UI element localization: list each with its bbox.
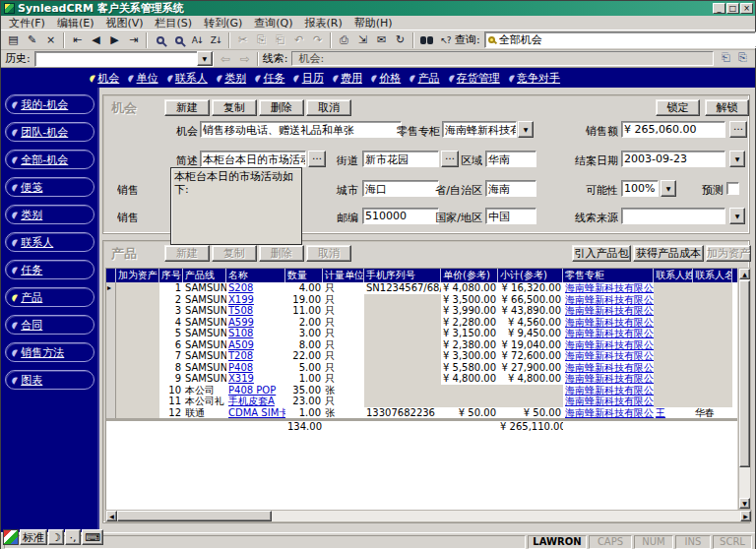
edit-record-icon[interactable]: ✎ [23,31,41,48]
sidebar-item-0[interactable]: ◖我的-机会 [5,94,94,114]
search-form-icon[interactable] [169,31,188,48]
delete-record-icon[interactable]: × [41,31,60,48]
sidebar-item-6[interactable]: ◖任务 [5,260,94,279]
probability-input[interactable]: 100% [621,180,659,197]
link-name[interactable]: S208 [228,282,253,293]
lead-source-input[interactable] [621,208,725,224]
close-button[interactable]: × [740,3,753,14]
header-cell-6[interactable]: 手机序列号 [364,269,441,282]
retail-counter-input[interactable]: 海南蜂新科技有限公司 [442,121,517,138]
link-retail[interactable]: 海南蜂新科技有限公司 [565,317,654,328]
scroll-up-button[interactable]: ▲ [739,269,750,279]
province-input[interactable]: 海南 [485,180,536,197]
header-cell-5[interactable]: 计量单位 [323,269,364,282]
link-name[interactable]: P408 [228,362,253,373]
link-name[interactable]: X199 [228,294,254,305]
link-retail[interactable]: 海南蜂新科技有限公司 [565,305,654,316]
cut-icon[interactable]: ✂ [233,31,252,48]
tab-3[interactable]: ◖类别 [217,71,246,86]
link-name[interactable]: A599 [228,317,254,328]
link-retail[interactable]: 海南蜂新科技有限公司 [565,373,654,384]
link-name[interactable]: 手机皮套A [228,396,275,406]
header-cell-4[interactable]: 数量 [285,269,323,282]
header-cell-7[interactable]: 单价(参考) [441,269,498,282]
tab-10[interactable]: ◖竞争对手 [509,71,560,86]
first-record-icon[interactable]: ⇤ [68,31,87,48]
tab-8[interactable]: ◖产品 [410,71,439,86]
product-new-button[interactable]: 新建 [164,245,210,262]
link-retail[interactable]: 海南蜂新科技有限公司 [565,396,654,406]
mail-icon[interactable]: ✉ [372,31,391,48]
sidebar-item-9[interactable]: ◖销售方法 [5,342,94,362]
header-cell-10[interactable]: 联系人姓 [654,269,693,282]
link-name[interactable]: A509 [228,339,254,350]
product-row[interactable]: 5SAMSUNGS1083.00只¥ 3,150.00¥ 9,450.00海南蜂… [106,328,737,339]
opportunity-copy-button[interactable]: 复制 [212,99,257,116]
table-horizontal-scrollbar[interactable]: ◀ ▶ [105,510,752,522]
sidebar-item-4[interactable]: ◖类别 [5,205,94,224]
product-cancel-button[interactable]: 取消 [306,245,351,262]
card-view-icon[interactable]: ⎗ [718,51,734,66]
history-dropdown-button[interactable] [197,51,213,66]
sidebar-item-1[interactable]: ◖团队-机会 [5,122,94,142]
import-package-button[interactable]: 引入产品包 [572,245,631,262]
product-copy-button[interactable]: 复制 [212,245,257,262]
opportunity-delete-button[interactable]: 删除 [259,99,304,116]
vertical-scroll-thumb[interactable] [739,280,750,467]
product-row[interactable]: 8SAMSUNGP4085.00只¥ 5,580.00¥ 27,900.00海南… [106,362,737,374]
redo-icon[interactable]: ↷ [308,31,327,48]
tab-1[interactable]: ◖单位 [128,71,158,86]
brief-input[interactable]: 本柜台本日的市场活动如下: [200,151,306,167]
search-icon[interactable] [151,31,169,48]
scroll-left-button[interactable]: ◀ [106,511,117,521]
print-icon[interactable]: ⎙ [335,31,353,48]
product-delete-button[interactable]: 删除 [259,245,304,262]
opportunity-field-input[interactable]: 销售移动电话、赠送礼品和单张 [200,121,402,138]
sidebar-item-7[interactable]: ◖产品 [5,287,94,307]
get-product-cost-button[interactable]: 获得产品成本 [633,245,704,262]
product-row[interactable]: 3SAMSUNGT50811.00只¥ 3,990.00¥ 43,890.00海… [106,305,737,317]
link-name[interactable]: CDMA SIM卡 [228,407,285,418]
link-retail[interactable]: 海南蜂新科技有限公司 [565,362,654,373]
brief-popup[interactable]: 本柜台本日的市场活动如下: [170,167,302,245]
horizontal-scroll-track[interactable] [272,511,740,521]
menu-item-2[interactable]: 视图(V) [99,16,149,30]
sort-asc-icon[interactable]: A↓ [188,31,207,48]
tab-0[interactable]: ◖机会 [90,71,119,86]
retail-counter-dropdown-button[interactable] [518,121,534,138]
header-cell-0[interactable]: 加为资产 [116,269,159,282]
product-row[interactable]: 4SAMSUNGA5992.00只¥ 2,280.00¥ 4,560.00海南蜂… [106,317,737,329]
minimize-button[interactable]: _ [713,3,725,14]
tab-2[interactable]: ◖联系人 [167,71,208,86]
street-input[interactable]: 新市花园 [362,151,439,167]
country-input[interactable]: 中国 [485,208,536,224]
menu-item-4[interactable]: 转到(G) [198,16,248,30]
scroll-down-button[interactable]: ▼ [739,498,750,509]
opportunity-cancel-button[interactable]: 取消 [306,99,351,116]
context-help-icon[interactable]: ↖? [436,31,455,48]
lead-source-dropdown-button[interactable] [729,208,745,224]
copy-icon[interactable]: ⎘ [252,31,271,48]
opportunity-new-button[interactable]: 新建 [164,99,210,116]
link-retail[interactable]: 海南蜂新科技有限公司 [565,294,654,305]
header-cell-3[interactable]: 名称 [226,269,285,282]
product-row[interactable]: 6SAMSUNGA5098.00只¥ 2,380.00¥ 19,040.00海南… [106,339,737,351]
new-record-icon[interactable]: ▤ [4,31,23,48]
link-last_name[interactable]: 王 [656,407,665,418]
table-vertical-scrollbar[interactable]: ▲ ▼ [738,268,751,510]
forecast-checkbox[interactable] [726,182,739,195]
ime-keyboard-icon[interactable]: ⌨ [82,529,103,545]
header-cell-9[interactable]: 零售专柜 [563,269,654,282]
menu-item-1[interactable]: 编辑(E) [51,16,100,30]
sidebar-item-3[interactable]: ◖便笺 [5,177,94,197]
refresh-icon[interactable]: ↻ [391,31,410,48]
horizontal-scroll-thumb[interactable] [117,511,272,521]
menu-item-5[interactable]: 查询(Q) [248,16,298,30]
product-row[interactable]: 7SAMSUNGT20822.00只¥ 3,300.00¥ 72,600.00海… [106,350,737,362]
maximize-button[interactable]: □ [726,3,739,14]
paste-icon[interactable]: ⎗ [271,31,289,48]
tab-7[interactable]: ◖价格 [371,71,401,86]
last-record-icon[interactable]: ⇥ [124,31,143,48]
tab-5[interactable]: ◖日历 [293,71,323,86]
ime-logo-icon[interactable] [3,529,19,545]
